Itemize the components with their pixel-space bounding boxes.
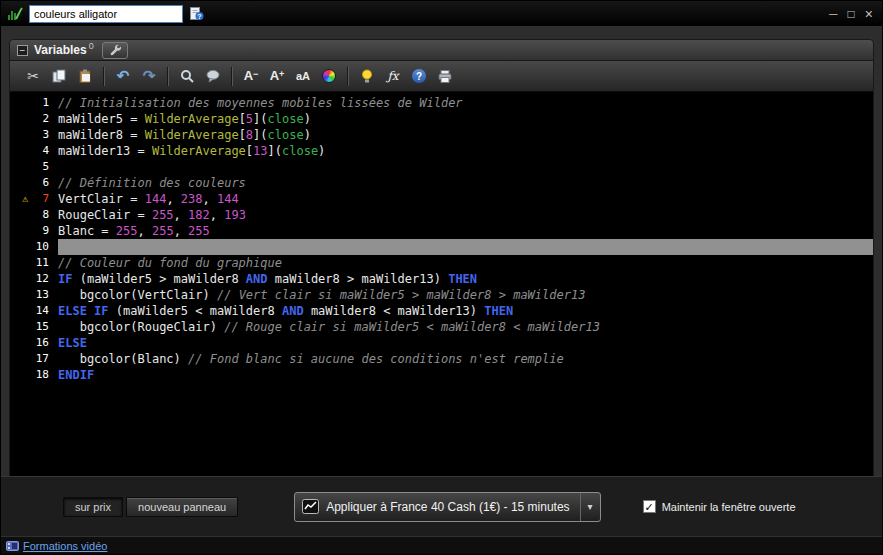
wrench-icon — [109, 44, 121, 56]
footer-controls: sur prix nouveau panneau Appliquer à Fra… — [1, 476, 882, 536]
nouveau-panneau-button[interactable]: nouveau panneau — [126, 497, 238, 517]
code-text — [58, 159, 873, 175]
paste-button[interactable] — [72, 64, 98, 88]
code-line[interactable]: 15 bgcolor(RougeClair) // Rouge clair si… — [10, 319, 873, 335]
toolbar-separator — [231, 67, 233, 86]
keep-open-group: ✓ Maintenir la fenêtre ouverte — [643, 500, 796, 513]
line-number-gutter: 9 — [10, 223, 58, 239]
code-text: ELSE — [58, 335, 873, 351]
line-number: 18 — [36, 367, 49, 383]
variables-count: 0 — [89, 41, 94, 51]
script-name-input[interactable] — [29, 5, 183, 23]
line-number: 15 — [36, 319, 49, 335]
keep-open-label: Maintenir la fenêtre ouverte — [662, 501, 796, 513]
keep-open-checkbox[interactable]: ✓ — [643, 500, 656, 513]
toolbar-separator — [103, 67, 105, 86]
line-number: 10 — [36, 239, 49, 255]
copy-button[interactable] — [46, 64, 72, 88]
code-line[interactable]: 14ELSE IF (maWilder5 < maWilder8 AND maW… — [10, 303, 873, 319]
sur-prix-button[interactable]: sur prix — [63, 497, 123, 517]
line-number: 3 — [42, 127, 49, 143]
suggestion-button[interactable] — [354, 64, 380, 88]
undo-icon: ↶ — [117, 67, 130, 85]
line-number-gutter: 11 — [10, 255, 58, 271]
line-number-gutter: 18 — [10, 367, 58, 383]
line-number: 7 — [42, 191, 49, 207]
help-icon: ? — [412, 69, 426, 83]
variables-header: − Variables 0 — [10, 40, 873, 61]
line-number-gutter: 13 — [10, 287, 58, 303]
line-number: 16 — [36, 335, 49, 351]
maximize-button[interactable]: □ — [848, 8, 855, 20]
editor-toolbar: ✂ — [10, 61, 873, 92]
decrease-font-button[interactable]: A− — [238, 64, 264, 88]
code-line[interactable]: 6// Définition des couleurs — [10, 175, 873, 191]
color-wheel-icon — [322, 69, 336, 83]
redo-button[interactable]: ↷ — [136, 64, 162, 88]
comment-bubble-icon — [206, 69, 220, 83]
code-editor[interactable]: 1// Initialisation des moyennes mobiles … — [10, 92, 873, 476]
increase-font-button[interactable]: A+ — [264, 64, 290, 88]
case-toggle-button[interactable]: aA — [290, 64, 316, 88]
code-line[interactable]: 3maWilder8 = WilderAverage[8](close) — [10, 127, 873, 143]
app-logo-icon — [7, 6, 23, 22]
code-line[interactable]: 1// Initialisation des moyennes mobiles … — [10, 95, 873, 111]
lightbulb-icon — [361, 69, 373, 83]
case-icon: aA — [296, 70, 310, 82]
code-line[interactable]: 11// Couleur du fond du graphique — [10, 255, 873, 271]
minimize-button[interactable]: ─ — [829, 8, 838, 20]
help-button[interactable]: ? — [406, 64, 432, 88]
close-button[interactable]: × — [865, 8, 873, 20]
code-text: ELSE IF (maWilder5 < maWilder8 AND maWil… — [58, 303, 873, 319]
collapse-variables-button[interactable]: − — [17, 45, 28, 56]
line-number: 14 — [36, 303, 49, 319]
code-line[interactable]: 4maWilder13 = WilderAverage[13](close) — [10, 143, 873, 159]
code-panel: − Variables 0 ✂ — [9, 39, 874, 476]
functions-button[interactable]: ƒx — [380, 64, 406, 88]
line-number: 8 — [42, 207, 49, 223]
apply-label: Appliquer à France 40 Cash (1€) - 15 min… — [326, 500, 569, 514]
code-line[interactable]: 13 bgcolor(VertClair) // Vert clair si m… — [10, 287, 873, 303]
variables-settings-button[interactable] — [102, 42, 128, 59]
code-text: bgcolor(VertClair) // Vert clair si maWi… — [58, 287, 873, 303]
line-number: 17 — [36, 351, 49, 367]
warning-icon: ⚠ — [22, 192, 28, 206]
window-controls: ─ □ × — [829, 8, 876, 20]
code-line[interactable]: 9Blanc = 255, 255, 255 — [10, 223, 873, 239]
line-number-gutter: 17 — [10, 351, 58, 367]
print-button[interactable] — [432, 64, 458, 88]
code-line[interactable]: 18ENDIF — [10, 367, 873, 383]
code-line[interactable]: ⚠7VertClair = 144, 238, 144 — [10, 191, 873, 207]
code-line[interactable]: 5 — [10, 159, 873, 175]
apply-dropdown-button[interactable]: Appliquer à France 40 Cash (1€) - 15 min… — [294, 492, 600, 522]
line-number: 12 — [36, 271, 49, 287]
line-number-gutter: 15 — [10, 319, 58, 335]
apply-main[interactable]: Appliquer à France 40 Cash (1€) - 15 min… — [295, 493, 579, 521]
line-number-gutter: 3 — [10, 127, 58, 143]
color-picker-button[interactable] — [316, 64, 342, 88]
copy-icon — [52, 69, 66, 83]
code-text: bgcolor(Blanc) // Fond blanc si aucune d… — [58, 351, 873, 367]
script-info-icon[interactable]: ? — [189, 6, 204, 21]
panel-target-buttons: sur prix nouveau panneau — [63, 497, 238, 517]
apply-dropdown-arrow[interactable]: ▾ — [580, 493, 600, 521]
code-line[interactable]: 10 — [10, 239, 873, 255]
app-window: ? ─ □ × − Variables 0 — [0, 0, 883, 555]
code-line[interactable]: 17 bgcolor(Blanc) // Fond blanc si aucun… — [10, 351, 873, 367]
line-number-gutter: 12 — [10, 271, 58, 287]
search-button[interactable] — [174, 64, 200, 88]
chart-icon — [302, 499, 319, 514]
comment-button[interactable] — [200, 64, 226, 88]
code-text: maWilder13 = WilderAverage[13](close) — [58, 143, 873, 159]
video-training-link[interactable]: Formations vidéo — [23, 540, 107, 552]
redo-icon: ↷ — [143, 67, 156, 85]
undo-button[interactable]: ↶ — [110, 64, 136, 88]
scissors-icon: ✂ — [27, 68, 39, 84]
code-line[interactable]: 12IF (maWilder5 > maWilder8 AND maWilder… — [10, 271, 873, 287]
toolbar-separator — [347, 67, 349, 86]
paste-icon — [78, 69, 92, 83]
cut-button[interactable]: ✂ — [20, 64, 46, 88]
code-line[interactable]: 2maWilder5 = WilderAverage[5](close) — [10, 111, 873, 127]
code-line[interactable]: 16ELSE — [10, 335, 873, 351]
code-line[interactable]: 8RougeClair = 255, 182, 193 — [10, 207, 873, 223]
